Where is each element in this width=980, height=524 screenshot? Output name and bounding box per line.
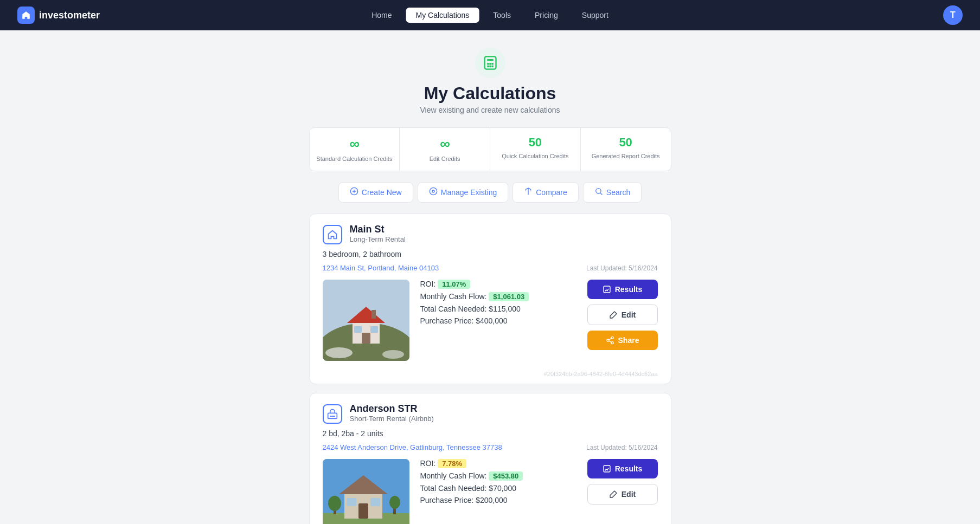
nav-home[interactable]: Home — [362, 8, 401, 23]
calc-card-header-0: Main St Long-Term Rental — [310, 214, 671, 250]
calculator-icon — [483, 55, 498, 70]
stat-purchase-price-0: Purchase Price: $400,000 — [420, 316, 577, 325]
svg-rect-19 — [354, 326, 362, 333]
results-icon-0 — [603, 285, 611, 294]
page-content: My Calculations View existing and create… — [300, 30, 680, 524]
calc-stats-1: ROI: 7.78% Monthly Cash Flow: $453.80 To… — [420, 459, 577, 508]
calc-image-1 — [323, 459, 409, 524]
page-header: My Calculations View existing and create… — [309, 48, 671, 114]
calc-type-label-0: Long-Term Rental — [350, 235, 406, 243]
svg-point-14 — [325, 347, 353, 358]
roi-badge-0: 11.07% — [438, 280, 470, 289]
credit-edit: ∞ Edit Credits — [400, 128, 490, 171]
stat-roi-0: ROI: 11.07% — [420, 280, 577, 289]
credit-report-label: Generated Report Credits — [592, 153, 660, 159]
credit-report-value: 50 — [585, 135, 667, 150]
stat-cashflow-1: Monthly Cash Flow: $453.80 — [420, 471, 577, 481]
calc-last-updated-1: Last Updated: 5/16/2024 — [586, 444, 657, 451]
credit-standard-label: Standard Calculation Credits — [316, 156, 392, 162]
svg-rect-26 — [328, 413, 337, 418]
nav-tools[interactable]: Tools — [483, 8, 521, 23]
svg-rect-33 — [370, 498, 380, 506]
edit-icon-0 — [609, 310, 618, 319]
edit-button-0[interactable]: Edit — [587, 305, 658, 325]
calc-body-1: ROI: 7.78% Monthly Cash Flow: $453.80 To… — [310, 459, 671, 524]
action-bar: Create New Manage Existing Compare — [309, 182, 671, 203]
svg-point-37 — [389, 496, 400, 509]
create-new-button[interactable]: Create New — [338, 182, 413, 203]
svg-rect-1 — [487, 59, 494, 61]
credits-bar: ∞ Standard Calculation Credits ∞ Edit Cr… — [309, 127, 671, 171]
calc-image-0 — [323, 280, 409, 361]
svg-point-23 — [611, 337, 613, 339]
plus-circle-icon — [350, 187, 358, 198]
stat-total-cash-1: Total Cash Needed: $70,000 — [420, 484, 577, 493]
calc-name-1: Anderson STR — [350, 403, 434, 415]
card-hash-0: #20f324bb-2a96-4842-8fe0-4d4443dc62aa — [310, 371, 671, 384]
page-icon-wrap — [475, 48, 505, 78]
logo-icon — [17, 7, 35, 24]
calc-meta-1: 2 bd, 2ba - 2 units — [310, 429, 671, 443]
page-subtitle: View existing and create new calculation… — [309, 106, 671, 114]
svg-point-9 — [430, 187, 437, 195]
credit-quick-label: Quick Calculation Credits — [502, 153, 569, 159]
manage-existing-label: Manage Existing — [441, 188, 497, 197]
calc-address-row-1: 2424 West Anderson Drive, Gatlinburg, Te… — [310, 443, 671, 459]
logo-text: investometer — [39, 10, 100, 21]
edit-button-1[interactable]: Edit — [587, 484, 658, 504]
stat-total-cash-0: Total Cash Needed: $115,000 — [420, 305, 577, 313]
manage-existing-button[interactable]: Manage Existing — [418, 182, 509, 203]
nav-links: Home My Calculations Tools Pricing Suppo… — [362, 8, 618, 23]
share-button-0[interactable]: Share — [587, 331, 658, 350]
calc-last-updated-0: Last Updated: 5/16/2024 — [586, 264, 657, 272]
nav-pricing[interactable]: Pricing — [525, 8, 568, 23]
calc-card-0: Main St Long-Term Rental 3 bedroom, 2 ba… — [309, 214, 671, 384]
search-icon — [594, 187, 603, 198]
svg-rect-22 — [604, 286, 610, 293]
avatar[interactable]: T — [943, 5, 963, 25]
results-button-0[interactable]: Results — [587, 280, 658, 299]
edit-icon-1 — [609, 490, 618, 499]
share-icon-0 — [606, 336, 614, 345]
svg-rect-2 — [487, 63, 489, 65]
credit-report: 50 Generated Report Credits — [581, 128, 671, 171]
svg-point-10 — [432, 190, 434, 192]
credit-edit-label: Edit Credits — [430, 156, 460, 162]
cashflow-badge-1: $453.80 — [489, 471, 523, 481]
svg-rect-7 — [491, 66, 494, 68]
search-button[interactable]: Search — [583, 182, 642, 203]
calc-bedrooms-1: 2 bd, 2ba - 2 units — [323, 429, 658, 438]
nav-my-calculations[interactable]: My Calculations — [406, 8, 479, 23]
svg-rect-38 — [604, 465, 610, 472]
results-button-1[interactable]: Results — [587, 459, 658, 478]
calc-actions-1: Results Edit — [587, 459, 658, 504]
results-icon-1 — [603, 464, 611, 473]
credit-edit-value: ∞ — [404, 135, 485, 152]
svg-rect-32 — [347, 498, 356, 506]
calc-address-row-0: 1234 Main St, Portland, Maine 04103 Last… — [310, 264, 671, 280]
calc-address-link-1[interactable]: 2424 West Anderson Drive, Gatlinburg, Te… — [323, 443, 502, 451]
compare-label: Compare — [536, 188, 567, 197]
calc-card-header-1: Anderson STR Short-Term Rental (Airbnb) — [310, 393, 671, 429]
svg-rect-31 — [358, 503, 368, 519]
settings-circle-icon — [429, 187, 438, 198]
navbar: investometer Home My Calculations Tools … — [0, 0, 980, 30]
nav-support[interactable]: Support — [572, 8, 618, 23]
calc-body-0: ROI: 11.07% Monthly Cash Flow: $1,061.03… — [310, 280, 671, 371]
cashflow-badge-0: $1,061.03 — [489, 292, 529, 301]
svg-rect-18 — [362, 333, 370, 344]
credit-standard-value: ∞ — [314, 135, 395, 152]
stat-roi-1: ROI: 7.78% — [420, 459, 577, 468]
logo[interactable]: investometer — [17, 7, 100, 24]
svg-rect-3 — [489, 63, 491, 65]
svg-point-15 — [382, 350, 404, 359]
stat-cashflow-0: Monthly Cash Flow: $1,061.03 — [420, 292, 577, 301]
svg-rect-4 — [491, 63, 494, 65]
calc-address-link-0[interactable]: 1234 Main St, Portland, Maine 04103 — [323, 264, 439, 272]
svg-point-25 — [611, 342, 613, 344]
credit-quick: 50 Quick Calculation Credits — [490, 128, 581, 171]
compare-button[interactable]: Compare — [513, 182, 579, 203]
credit-standard: ∞ Standard Calculation Credits — [310, 128, 400, 171]
stat-purchase-price-1: Purchase Price: $200,000 — [420, 496, 577, 504]
calc-type-icon-1 — [323, 404, 342, 424]
